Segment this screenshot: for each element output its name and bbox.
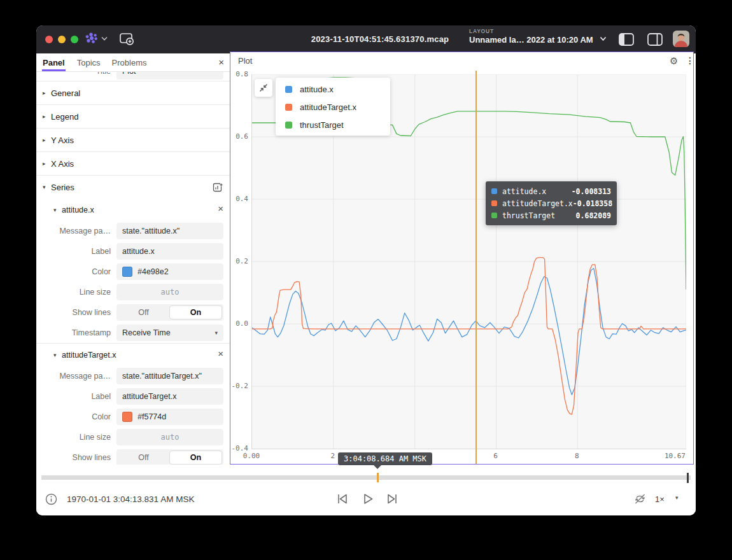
message-path-input[interactable]: state."attitude.x": [116, 223, 223, 239]
field-show-lines: Show lines Off On: [36, 302, 230, 323]
show-lines-on[interactable]: On: [169, 451, 222, 465]
play-button[interactable]: [362, 492, 374, 508]
scrubber-time-tooltip: 3:04:08.684 AM MSK: [338, 452, 432, 465]
show-lines-on[interactable]: On: [169, 305, 222, 319]
expanded-triangle-icon: ▾: [43, 184, 49, 190]
app-menu-button[interactable]: [85, 32, 108, 44]
series-color-chip: [491, 188, 497, 194]
titlebar: 2023-11-10T04:51:45.631370.mcap LAYOUT U…: [36, 25, 696, 53]
message-path-input[interactable]: state."attitudeTarget.x": [116, 368, 223, 384]
chevron-down-icon: ▾: [215, 330, 218, 336]
collapse-arrows-icon: [259, 83, 268, 92]
collapsed-triangle-icon: ▸: [43, 90, 49, 96]
label-input[interactable]: attitude.x: [116, 243, 223, 260]
panel-menu-kebab-icon[interactable]: ⋮: [686, 55, 694, 66]
scrubber-track[interactable]: [41, 475, 691, 480]
layout-label: LAYOUT: [469, 28, 593, 34]
field-color: Color #4e98e2: [36, 262, 230, 282]
loop-playback-disabled-icon[interactable]: [633, 493, 647, 508]
fullscreen-window-button[interactable]: [71, 36, 78, 43]
add-series-icon[interactable]: [213, 181, 223, 195]
left-sidebar-toggle-button[interactable]: [618, 32, 635, 46]
series-color-chip: [285, 122, 292, 129]
panel-settings-gear-icon[interactable]: ⚙: [670, 55, 678, 67]
close-sidebar-icon[interactable]: ×: [218, 57, 224, 67]
scrubber-position-marker[interactable]: [687, 473, 689, 483]
line-size-input[interactable]: auto: [116, 284, 223, 300]
field-line-size: Line size auto: [36, 427, 230, 447]
series-item-attitude-x[interactable]: ▾ attitude.x ×: [36, 199, 230, 221]
field-label: Label attitude.x: [36, 241, 230, 262]
settings-sidebar: Panel Topics Problems × Title Plot ▸ Gen…: [36, 53, 230, 465]
show-lines-off[interactable]: Off: [118, 451, 169, 465]
series-item-attitude-target-x[interactable]: ▾ attitudeTarget.x ×: [36, 343, 230, 366]
app-window: 2023-11-10T04:51:45.631370.mcap LAYOUT U…: [36, 25, 696, 515]
legend-item-attitude-target-x[interactable]: attitudeTarget.x: [276, 98, 390, 116]
line-size-input[interactable]: auto: [116, 429, 223, 445]
plot-panel-header[interactable]: Plot ⚙ ⋮: [230, 52, 693, 70]
field-line-size: Line size auto: [36, 282, 230, 302]
section-x-axis[interactable]: ▸ X Axis: [36, 152, 230, 176]
layout-menu-button[interactable]: LAYOUT Unnamed la… 2022 at 10:20 AM: [469, 28, 607, 45]
legend-item-attitude-x[interactable]: attitude.x: [276, 80, 390, 98]
data-source-title[interactable]: 2023-11-10T04:51:45.631370.mcap: [265, 34, 495, 44]
series-color-chip: [285, 86, 292, 93]
title-field-row-clipped: Title Plot: [36, 72, 230, 81]
tab-panel[interactable]: Panel: [42, 53, 66, 71]
legend-item-thrust-target[interactable]: thrustTarget: [276, 116, 390, 134]
color-input[interactable]: #4e98e2: [116, 263, 223, 280]
playhead-line[interactable]: [475, 71, 477, 464]
collapse-legend-button[interactable]: [255, 79, 272, 97]
seek-backward-button[interactable]: [336, 492, 349, 508]
data-source-info-button[interactable]: [45, 493, 57, 508]
color-input[interactable]: #f5774d: [116, 409, 223, 425]
plot-panel: Plot ⚙ ⋮ 0.80.60.40.20.0-0.2-0.4 0.00246…: [230, 52, 694, 465]
title-field-input[interactable]: Plot: [116, 72, 223, 80]
chevron-down-icon: [600, 36, 607, 41]
tooltip-caret: [374, 465, 381, 469]
right-sidebar-toggle-button[interactable]: [647, 32, 663, 46]
user-avatar[interactable]: [673, 31, 689, 47]
expanded-triangle-icon: ▾: [53, 352, 60, 358]
playback-bar: 1970-01-01 3:04:13.831 AM MSK: [36, 485, 696, 515]
expanded-triangle-icon: ▾: [53, 207, 60, 213]
show-lines-toggle: Off On: [116, 304, 223, 321]
timeline-scrubber: [36, 465, 696, 485]
foxglove-logo-icon: [85, 32, 99, 44]
sidebar-tabbar: Panel Topics Problems ×: [36, 53, 230, 72]
seek-forward-button[interactable]: [386, 492, 398, 508]
add-panel-button[interactable]: [119, 32, 134, 48]
color-swatch[interactable]: [122, 267, 132, 277]
close-window-button[interactable]: [45, 36, 53, 43]
timestamp-select[interactable]: Receive Time ▾: [116, 325, 223, 341]
section-general[interactable]: ▸ General: [36, 81, 230, 105]
field-label: Label attitudeTarget.x: [36, 386, 230, 407]
layout-name: Unnamed la… 2022 at 10:20 AM: [469, 35, 593, 45]
remove-series-icon[interactable]: ×: [218, 349, 223, 358]
tab-problems[interactable]: Problems: [112, 53, 147, 71]
show-lines-off[interactable]: Off: [118, 305, 169, 319]
collapsed-triangle-icon: ▸: [43, 113, 49, 120]
plot-panel-title: Plot: [238, 56, 252, 66]
section-legend[interactable]: ▸ Legend: [36, 105, 230, 129]
title-field-label: Title: [36, 72, 111, 76]
field-timestamp: Timestamp Receive Time ▾: [36, 323, 230, 343]
playback-speed[interactable]: 1×: [655, 494, 665, 504]
tooltip-row: attitudeTarget.x -0.018358: [491, 197, 611, 209]
series-color-chip: [491, 213, 497, 218]
field-color: Color #f5774d: [36, 407, 230, 427]
tooltip-row: attitude.x -0.008313: [491, 185, 611, 197]
tab-topics[interactable]: Topics: [77, 53, 101, 71]
plot-legend: attitude.x attitudeTarget.x thrustTarget: [276, 78, 390, 136]
current-timestamp[interactable]: 1970-01-01 3:04:13.831 AM MSK: [67, 494, 194, 504]
field-message-path: Message pa… state."attitude.x": [36, 221, 230, 241]
field-message-path: Message pa… state."attitudeTarget.x": [36, 366, 230, 386]
minimize-window-button[interactable]: [58, 36, 66, 43]
chevron-down-icon[interactable]: ▾: [675, 494, 679, 501]
section-y-axis[interactable]: ▸ Y Axis: [36, 129, 230, 152]
scrubber-hover-marker[interactable]: [377, 473, 379, 482]
color-swatch[interactable]: [122, 412, 132, 422]
remove-series-icon[interactable]: ×: [218, 204, 223, 213]
section-series[interactable]: ▾ Series: [36, 176, 230, 199]
label-input[interactable]: attitudeTarget.x: [116, 388, 223, 405]
